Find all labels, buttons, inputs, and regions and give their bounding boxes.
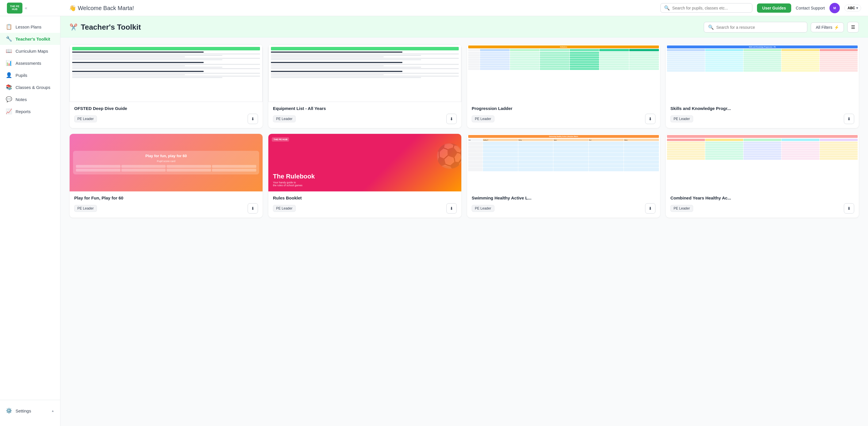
- sidebar-item-label: Assessments: [16, 61, 41, 66]
- sidebar-item-teacher-s-toolkit[interactable]: 🔧 Teacher's Toolkit: [0, 33, 60, 45]
- card-equipment: Equipment List - All Years PE Leader ⬇: [268, 44, 461, 128]
- card-title: Skills and Knowledge Progr...: [671, 106, 854, 111]
- nav-icon: 👤: [6, 72, 12, 78]
- account-menu[interactable]: ABC ▾: [844, 5, 861, 11]
- resource-search[interactable]: 🔍: [704, 22, 807, 32]
- card-preview-progression: Athletics: [467, 44, 660, 102]
- card-progression: Athletics: [467, 44, 660, 128]
- card-footer: PE Leader ⬇: [273, 114, 457, 124]
- card-rulebook: THE PE HUB The Rulebook Your handy guide…: [268, 134, 461, 218]
- card-tag: PE Leader: [273, 205, 296, 212]
- global-search[interactable]: 🔍: [660, 3, 752, 13]
- download-button[interactable]: ⬇: [645, 203, 655, 214]
- sidebar-item-label: Reports: [16, 109, 31, 114]
- sidebar-item-settings[interactable]: ⚙️ Settings ▲: [0, 405, 60, 417]
- page-title: Teacher's Toolkit: [81, 23, 141, 32]
- collapse-sidebar-button[interactable]: «: [25, 5, 27, 11]
- download-button[interactable]: ⬇: [248, 114, 258, 124]
- sidebar-item-pupils[interactable]: 👤 Pupils: [0, 69, 60, 81]
- logo-area: THE PE HUB «: [7, 3, 64, 13]
- nav-icon: 📖: [6, 48, 12, 54]
- card-tag: PE Leader: [472, 205, 494, 212]
- card-footer: PE Leader ⬇: [273, 203, 457, 214]
- account-label: ABC: [847, 6, 855, 10]
- sidebar-item-label: Teacher's Toolkit: [16, 36, 50, 41]
- sidebar-item-classes---groups[interactable]: 📚 Classes & Groups: [0, 81, 60, 93]
- sidebar-item-label: Notes: [16, 97, 27, 102]
- search-icon: 🔍: [664, 5, 670, 11]
- contact-support-link[interactable]: Contact Support: [796, 6, 825, 10]
- card-content-ofsted: OFSTED Deep Dive Guide PE Leader ⬇: [70, 102, 262, 128]
- search-icon: 🔍: [708, 25, 714, 30]
- card-preview-skills: Skills and Knowledge Progression - PE: [666, 44, 859, 102]
- download-button[interactable]: ⬇: [446, 114, 457, 124]
- welcome-message: 👋 Welcome Back Marta!: [69, 5, 134, 11]
- cards-grid: OFSTED Deep Dive Guide PE Leader ⬇: [60, 37, 868, 225]
- card-combined: Combined Years Healthy Ac... PE Leader ⬇: [666, 134, 859, 218]
- sidebar-item-lesson-plans[interactable]: 📋 Lesson Plans: [0, 21, 60, 33]
- nav-icon: 📈: [6, 108, 12, 115]
- card-tag: PE Leader: [74, 115, 97, 122]
- nav-icon: 📚: [6, 84, 12, 90]
- download-button[interactable]: ⬇: [844, 114, 854, 124]
- top-navigation: THE PE HUB « 👋 Welcome Back Marta! 🔍 Use…: [0, 0, 868, 16]
- sidebar-item-label: Pupils: [16, 73, 27, 78]
- card-preview-rulebook: THE PE HUB The Rulebook Your handy guide…: [268, 134, 461, 191]
- sidebar-item-label: Curriculum Maps: [16, 49, 48, 54]
- list-view-button[interactable]: ☰: [847, 22, 859, 32]
- card-title: Swimming Healthy Active L...: [472, 195, 655, 200]
- card-title: Progression Ladder: [472, 106, 655, 111]
- download-button[interactable]: ⬇: [844, 203, 854, 214]
- sidebar-item-curriculum-maps[interactable]: 📖 Curriculum Maps: [0, 45, 60, 57]
- sidebar-item-label: Classes & Groups: [16, 85, 50, 90]
- all-filters-button[interactable]: All Filters ⚡: [811, 23, 844, 32]
- nav-icon: 💬: [6, 96, 12, 103]
- card-footer: PE Leader ⬇: [74, 114, 258, 124]
- card-content-progression: Progression Ladder PE Leader ⬇: [467, 102, 660, 128]
- card-footer: PE Leader ⬇: [74, 203, 258, 214]
- card-tag: PE Leader: [472, 115, 494, 122]
- avatar[interactable]: M: [830, 3, 840, 13]
- card-content-play60: Play for Fun, Play for 60 PE Leader ⬇: [70, 191, 262, 218]
- main-content: ✂️ Teacher's Toolkit 🔍 All Filters ⚡ ☰: [60, 16, 868, 426]
- logo: THE PE HUB: [7, 3, 23, 13]
- card-preview-combined: [666, 134, 859, 191]
- card-tag: PE Leader: [273, 115, 296, 122]
- card-preview-equipment: [268, 44, 461, 102]
- card-content-swimming: Swimming Healthy Active L... PE Leader ⬇: [467, 191, 660, 218]
- download-button[interactable]: ⬇: [645, 114, 655, 124]
- card-title: OFSTED Deep Dive Guide: [74, 106, 258, 111]
- card-ofsted: OFSTED Deep Dive Guide PE Leader ⬇: [70, 44, 262, 128]
- card-preview-swimming: Swimming Healthy Active Lifestyles Matri…: [467, 134, 660, 191]
- card-title: Equipment List - All Years: [273, 106, 457, 111]
- card-footer: PE Leader ⬇: [671, 114, 854, 124]
- resource-search-input[interactable]: [716, 25, 803, 30]
- card-footer: PE Leader ⬇: [671, 203, 854, 214]
- sidebar-item-label: Settings: [16, 408, 31, 413]
- filter-icon: ⚡: [834, 25, 839, 30]
- settings-icon: ⚙️: [6, 407, 12, 414]
- card-preview-play60: Play for fun, play for 60 Pupil score ca…: [70, 134, 262, 191]
- card-skills: Skills and Knowledge Progression - PE: [666, 44, 859, 128]
- sidebar-item-reports[interactable]: 📈 Reports: [0, 105, 60, 117]
- global-search-input[interactable]: [672, 6, 749, 10]
- download-button[interactable]: ⬇: [446, 203, 457, 214]
- user-guides-button[interactable]: User Guides: [757, 3, 791, 13]
- card-content-equipment: Equipment List - All Years PE Leader ⬇: [268, 102, 461, 128]
- sidebar: 📋 Lesson Plans 🔧 Teacher's Toolkit 📖 Cur…: [0, 16, 60, 426]
- sidebar-item-notes[interactable]: 💬 Notes: [0, 93, 60, 105]
- download-button[interactable]: ⬇: [248, 203, 258, 214]
- page-header: ✂️ Teacher's Toolkit 🔍 All Filters ⚡ ☰: [60, 16, 868, 37]
- card-tag: PE Leader: [671, 205, 693, 212]
- card-footer: PE Leader ⬇: [472, 114, 655, 124]
- card-swimming: Swimming Healthy Active Lifestyles Matri…: [467, 134, 660, 218]
- nav-icon: 📊: [6, 60, 12, 66]
- card-tag: PE Leader: [671, 115, 693, 122]
- card-content-combined: Combined Years Healthy Ac... PE Leader ⬇: [666, 191, 859, 218]
- card-title: Rules Booklet: [273, 195, 457, 200]
- sidebar-item-assessments[interactable]: 📊 Assessments: [0, 57, 60, 69]
- card-tag: PE Leader: [74, 205, 97, 212]
- card-preview-ofsted: [70, 44, 262, 102]
- card-play60: Play for fun, play for 60 Pupil score ca…: [70, 134, 262, 218]
- filter-label: All Filters: [816, 25, 832, 30]
